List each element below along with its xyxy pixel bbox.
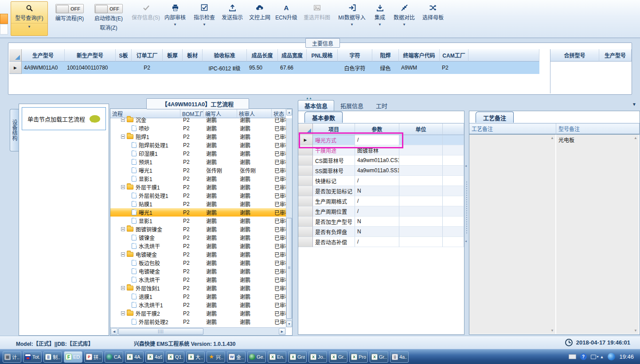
tree-row[interactable]: 阻焊1P2谢鹏谢鹏已审核 [110,132,286,141]
taskbar-button[interactable]: Pro... [349,351,368,363]
param-unit-cell[interactable] [399,237,443,247]
param-item-cell[interactable]: 是否加无铅标记 [313,186,355,196]
taskbar-button[interactable]: Ge... [247,351,266,363]
taskbar-button[interactable]: Gr... [329,351,347,363]
param-value-cell[interactable]: / [355,135,399,145]
table-cell[interactable]: 10010400110780 [65,62,116,74]
param-row-selector[interactable] [298,166,313,176]
tree-node-label[interactable]: 曝光1 [139,167,152,174]
table-cell[interactable] [116,62,132,74]
table-cell[interactable]: 95.50 [247,62,278,74]
param-item-cell[interactable]: 是否动态补偿 [313,237,355,247]
param-row[interactable]: 快捷标记/ [298,176,464,186]
cancel-label[interactable]: 取消(Z) [100,23,117,31]
taskbar-button[interactable]: 计... [3,351,21,363]
chevron-down-icon[interactable]: ▼ [11,23,47,29]
write-flow-toggle[interactable]: OFF [55,4,84,13]
param-item-cell[interactable]: 是否加生产型号 [313,217,355,227]
collapse-toggle-icon[interactable] [121,135,125,139]
tree-node-label[interactable]: 板边包胶 [139,259,160,267]
tree-row[interactable]: 阻焊前处理1P2谢鹏谢鹏已审核 [110,141,286,149]
scroll-right-button[interactable]: ▶ [279,328,285,335]
table-cell[interactable]: 4A9WM011A0 [22,62,65,74]
table-cell[interactable]: A9WM [399,62,440,74]
tab-list-dropdown-icon[interactable]: ▼ [632,102,636,107]
taskbar-button[interactable]: CA... [105,351,123,363]
collapse-toggle-icon[interactable] [121,252,125,256]
process-note-textarea[interactable]: ▲ ▼ [469,135,556,334]
tree-row[interactable]: 显影1P2谢鹏谢鹏已审核 [110,174,286,183]
send-instruction-button[interactable]: 发送指示 [219,1,246,36]
tree-horizontal-scrollbar[interactable]: ◀ |||| ▶ [110,327,286,335]
data-compare-button[interactable]: 数据对比 ▼ [391,1,418,36]
tree-node-label[interactable]: 预烘1 [139,158,152,166]
param-column-header[interactable]: 单位 [399,124,443,135]
taskbar-button[interactable]: 大... [186,351,205,363]
equipment-structure-tab[interactable]: 设备结构 [10,109,19,151]
process-notes-tab[interactable]: 工艺备注 [476,112,514,123]
param-unit-cell[interactable] [399,186,443,196]
param-value-cell[interactable]: / [355,237,399,247]
scroll-up-button[interactable]: ▲ [286,109,292,116]
param-row-selector[interactable] [298,155,313,166]
param-row-selector[interactable] [298,217,313,227]
tray-expand-icon[interactable]: ▲ [600,355,604,359]
taskbar-button[interactable]: 兴... [207,351,225,363]
taskbar-button[interactable]: Gra... [288,351,307,363]
column-header[interactable]: 合拼型号 [550,49,599,62]
tree-row[interactable]: 喷砂P2谢鹏谢鹏已审核 [110,124,286,132]
taskbar-button[interactable]: 4a9... [145,351,164,363]
select-all-cell[interactable] [298,124,313,135]
param-row-selector[interactable] [298,176,313,186]
main-table-selected-row[interactable]: ▶4A9WM011A010010400110780P2IPC-6012 Ⅱ级95… [9,62,539,74]
param-row[interactable]: 生产周期格式/ [298,196,464,206]
taskbar-button[interactable]: 制... [43,351,62,363]
column-header[interactable]: 生产型号 [22,49,65,62]
scroll-up-icon[interactable]: ▲ [550,136,554,140]
param-unit-cell[interactable] [399,135,443,145]
param-value-cell[interactable]: 4a9wm011a0.SS1 [355,166,399,176]
column-header[interactable]: 板材 [183,49,203,62]
param-unit-cell[interactable] [399,206,443,217]
chevron-down-icon[interactable]: ▼ [203,23,206,27]
tree-node-label[interactable]: 外层前处理1 [139,192,168,199]
panel-splitter[interactable] [464,111,469,335]
taskbar-button[interactable]: Gr... [370,351,388,363]
mi-import-button[interactable]: MI数据导入 ▼ [335,1,369,36]
start-modify-button[interactable]: OFF 启动修改(E) 取消(Z) [88,1,129,36]
param-row[interactable]: 生产周期位置/ [298,206,464,217]
param-value-cell[interactable]: N [355,186,399,196]
tree-row[interactable]: 贴膜1P2谢鹏谢鹏已审核 [110,200,286,208]
column-header[interactable]: PNL规格 [307,49,338,62]
column-header[interactable]: 成品长度 [247,49,278,62]
basic-params-tab[interactable]: 基本参数 [304,112,343,123]
scroll-down-icon[interactable]: ▼ [634,329,637,333]
column-header[interactable]: CAM工厂 [440,49,468,62]
tree-row[interactable]: 退膜1P2谢鹏谢鹏已审核 [110,292,286,301]
table-cell[interactable]: P2 [132,62,163,74]
table-cell[interactable]: 67.66 [278,62,307,74]
ecn-upgrade-button[interactable]: A ECN升级 [274,1,299,36]
tree-node-label[interactable]: 外层蚀刻1 [136,284,160,292]
param-row-selector[interactable] [298,145,313,155]
tree-node-label[interactable]: 印湿膜1 [139,150,158,157]
param-unit-cell[interactable] [399,217,443,227]
main-info-tab[interactable]: 主要信息 [305,38,340,48]
tree-row[interactable]: 水洗烘干P2谢鹏谢鹏已审核 [110,275,286,284]
param-row-selector[interactable] [298,186,313,196]
row-selector-cell[interactable]: ▶ [9,62,22,74]
param-column-header[interactable]: 参数 [355,124,399,135]
tree-row[interactable]: 外层前处理2P2谢鹏谢鹏已审核 [110,318,286,326]
tree-row[interactable]: 外层干膜2P2谢鹏谢鹏已审核 [110,309,286,318]
tree-node-label[interactable]: 图镀铜镍金 [136,225,162,233]
tree-row[interactable]: 电镀硬金P2谢鹏谢鹏已审核 [110,250,286,259]
tree-row[interactable]: 预烘1P2谢鹏谢鹏已审核 [110,158,286,166]
start-modify-toggle[interactable]: OFF [94,4,123,13]
taskbar-button[interactable]: ED... [64,351,82,363]
column-header[interactable]: 订单工厂 [132,49,163,62]
param-unit-cell[interactable] [399,145,443,155]
taskbar-button[interactable]: 4A... [125,351,144,363]
param-unit-cell[interactable] [399,155,443,166]
param-row-selector[interactable] [298,227,313,237]
param-row-selector[interactable] [298,206,313,217]
